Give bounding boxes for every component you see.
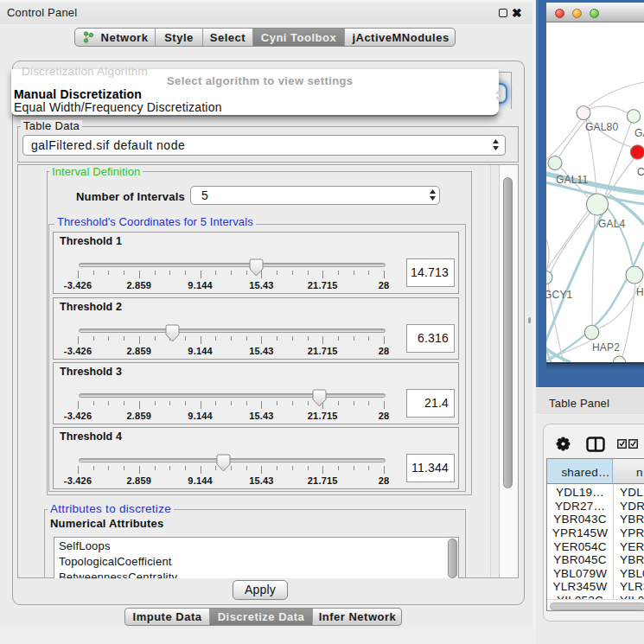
svg-text:H: H [636,286,644,298]
svg-text:GAL80: GAL80 [585,121,618,133]
svg-text:GA: GA [634,127,644,139]
svg-text:HAP2: HAP2 [592,341,620,354]
svg-text:GAL4: GAL4 [598,218,626,230]
svg-text:GAL11: GAL11 [556,174,589,186]
svg-text:GCY1: GCY1 [546,289,573,301]
svg-text:C: C [637,166,644,178]
